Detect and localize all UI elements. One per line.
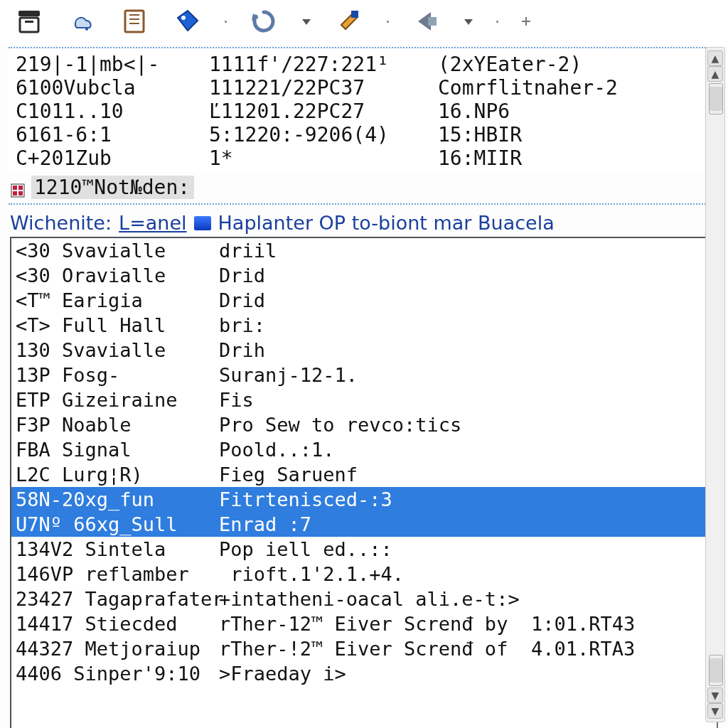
list-panel[interactable]: <30 Svavialledriil<30 OravialleDrid<T™ E… xyxy=(10,237,718,728)
list-c1: <30 Svavialle xyxy=(16,240,215,262)
list-c2: Suranj-12-1. xyxy=(219,364,711,386)
prompt-text: 1210™Not№den: xyxy=(31,176,194,199)
list-c2: Drih xyxy=(219,339,711,361)
scroll-up-icon[interactable]: ▲ xyxy=(707,50,723,66)
list-row[interactable]: 130 SvavialleDrih xyxy=(11,338,717,363)
list-row[interactable]: <T> Full Hallbri: xyxy=(11,313,717,338)
info-c1: C1011..10 xyxy=(16,100,200,123)
caret-down-icon[interactable] xyxy=(300,5,313,38)
list-row[interactable]: <30 OravialleDrid xyxy=(11,263,717,288)
list-c1: 146VP reflamber xyxy=(16,563,215,585)
list-c2: Fitrtenisced-:3 xyxy=(219,488,711,510)
app-window: 219|-1|mb<|-1111f'/227:221¹(2xYEater-2)6… xyxy=(0,0,728,728)
notebook-icon[interactable] xyxy=(118,5,151,38)
info-c2: 1* xyxy=(209,146,429,170)
cloud-icon[interactable] xyxy=(65,5,98,38)
list-row[interactable]: 58N-20xg_funFitrtenisced-:3 xyxy=(11,487,717,512)
svg-point-3 xyxy=(85,28,88,31)
paint-icon[interactable] xyxy=(333,5,365,38)
svg-rect-9 xyxy=(351,11,358,18)
info-c3: 15:HBIR xyxy=(438,123,715,146)
toolbar-separator xyxy=(223,7,228,36)
list-c1: F3P Noable xyxy=(16,414,215,436)
book-icon[interactable] xyxy=(194,216,211,230)
svg-point-8 xyxy=(181,16,186,20)
info-c1: 219|-1|mb<|- xyxy=(16,53,200,76)
info-panel: 219|-1|mb<|-1111f'/227:221¹(2xYEater-2)6… xyxy=(9,48,719,202)
svg-rect-4 xyxy=(125,11,144,32)
list-row[interactable]: 44327 MetjoraiuprTher-!2™ Eiver Screnđ o… xyxy=(11,636,717,661)
scroll-track[interactable] xyxy=(707,82,723,687)
heading-link[interactable]: L=anel xyxy=(119,212,186,234)
heading-rest: Haplanter OP to-biont mar Buacela xyxy=(218,212,555,234)
info-c2: 111221/22PC37 xyxy=(209,76,429,100)
list-row[interactable]: 134V2 SintelaPop iell ed..:: xyxy=(11,537,717,562)
caret-down-icon[interactable] xyxy=(462,5,475,38)
list-c2: Fis xyxy=(219,389,711,411)
info-c2: 5:1220:-9206(4) xyxy=(209,123,429,146)
list-c1: FBA Signal xyxy=(16,439,215,461)
tag-icon[interactable] xyxy=(171,5,203,38)
list-row[interactable]: 4406 Sinper'9:10>Fraeday i> xyxy=(11,661,717,686)
refresh-icon[interactable] xyxy=(247,5,280,38)
list-row[interactable]: 14417 StiecdedrTher-12™ Eiver Screnđ by … xyxy=(11,611,717,636)
list-row[interactable]: ETP GizeiraineFis xyxy=(11,387,717,412)
prompt-line[interactable]: 1210™Not№den: xyxy=(9,174,719,202)
archive-icon[interactable] xyxy=(13,5,46,38)
divider xyxy=(9,203,719,205)
list-c2: bri: xyxy=(219,314,711,336)
scroll-up-icon[interactable]: ▲ xyxy=(707,66,723,82)
list-c1: U7Nº 66xg_Sull xyxy=(16,513,215,535)
info-c1: 6161-6:1 xyxy=(16,123,200,146)
list-row[interactable]: F3P NoablePro Sew to revco:tics xyxy=(11,412,717,437)
info-c3: (2xYEater-2) xyxy=(438,53,715,76)
list-c1: <T™ Earigia xyxy=(16,289,215,311)
list-row[interactable]: U7Nº 66xg_SullEnrad :7 xyxy=(11,512,717,537)
list-c1: <T> Full Hall xyxy=(16,314,215,336)
list-c1: 58N-20xg_fun xyxy=(16,488,215,510)
list-c1: 4406 Sinper'9:10 xyxy=(16,663,215,685)
list-c2: Pro Sew to revco:tics xyxy=(219,414,711,436)
info-row: C+201Zub1*16:MIIR xyxy=(16,146,715,170)
scroll-down-icon[interactable]: ▼ xyxy=(707,703,723,719)
list-row[interactable]: 146VP reflamber rioft.1'2.1.+4. xyxy=(11,562,717,587)
info-c3: 16.NP6 xyxy=(438,100,715,123)
scroll-thumb[interactable] xyxy=(709,655,723,686)
list-c2: +intatheni-oacal ali.e-t:> xyxy=(219,588,711,610)
svg-rect-0 xyxy=(18,11,40,16)
list-c2: rTher-!2™ Eiver Screnđ of 4.01.RTA3 xyxy=(219,638,711,660)
list-c2: driil xyxy=(219,240,711,262)
scroll-thumb[interactable] xyxy=(709,83,723,114)
marker-icon xyxy=(10,180,26,196)
list-c1: 14417 Stiecded xyxy=(16,613,215,635)
list-row[interactable]: FBA SignalPoold..:1. xyxy=(11,437,717,462)
list-c1: ETP Gizeiraine xyxy=(16,389,215,411)
tiny-plus-icon[interactable] xyxy=(519,5,533,38)
list-c2: rTher-12™ Eiver Screnđ by 1:01.RT43 xyxy=(219,613,711,635)
back-icon[interactable] xyxy=(410,5,442,38)
list-row[interactable]: 13P Fosg-Suranj-12-1. xyxy=(11,363,717,387)
info-row: 6161-6:15:1220:-9206(4)15:HBIR xyxy=(16,123,715,146)
info-c3: 16:MIIR xyxy=(438,146,715,170)
info-c3: Comrflitnaher-2▶ xyxy=(438,76,715,100)
list-row[interactable]: 23427 Tagaprafater+intatheni-oacal ali.e… xyxy=(11,587,717,611)
list-c1: 130 Svavialle xyxy=(16,339,215,361)
list-row[interactable]: L2C Lurg¦R)Fieg Saruenf xyxy=(11,462,717,487)
list-c2: rioft.1'2.1.+4. xyxy=(219,563,711,585)
info-row: 6100Vubcla111221/22PC37Comrflitnaher-2▶ xyxy=(16,76,715,100)
list-c1: 23427 Tagaprafater xyxy=(16,588,215,610)
list-row[interactable]: <T™ EarigiaDrid xyxy=(11,288,717,313)
list-c2: Drid xyxy=(219,264,711,287)
info-c2: Ľ11201.22PC27 xyxy=(209,100,429,123)
vertical-scrollbar[interactable]: ▲ ▲ ▼ ▼ xyxy=(705,47,725,722)
scroll-down-icon[interactable]: ▼ xyxy=(707,687,723,703)
svg-rect-1 xyxy=(20,18,38,32)
list-c1: 44327 Metjoraiup xyxy=(16,638,215,660)
list-row[interactable]: <30 Svavialledriil xyxy=(11,238,717,263)
list-c1: 134V2 Sintela xyxy=(16,538,215,560)
svg-rect-2 xyxy=(25,21,33,23)
toolbar xyxy=(0,0,728,46)
info-c1: 6100Vubcla xyxy=(16,76,200,100)
svg-rect-10 xyxy=(428,17,437,26)
toolbar-separator xyxy=(495,7,499,36)
